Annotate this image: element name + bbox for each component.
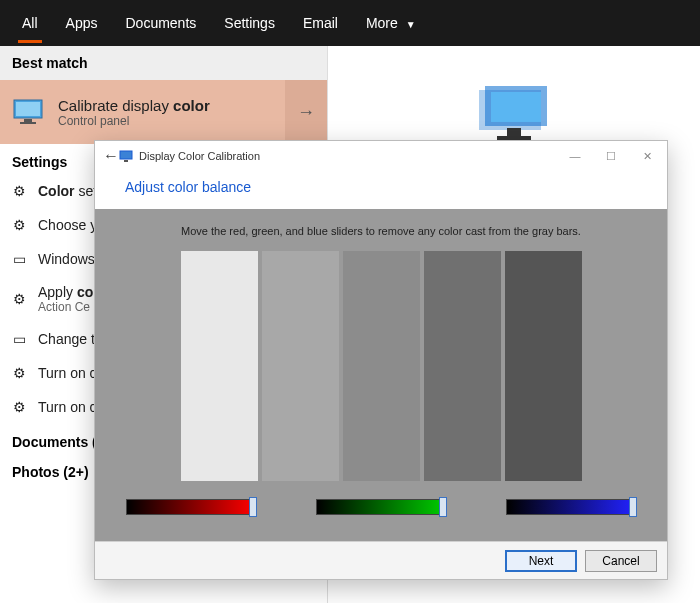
best-match-header: Best match	[0, 46, 327, 80]
gear-icon: ⚙	[10, 398, 28, 416]
dialog-body: Move the red, green, and blue sliders to…	[95, 209, 667, 541]
calibration-icon	[119, 149, 133, 163]
tab-settings[interactable]: Settings	[210, 3, 289, 43]
green-gradient	[317, 500, 445, 514]
dialog-footer: Next Cancel	[95, 541, 667, 579]
red-gradient	[127, 500, 255, 514]
display-icon: ▭	[10, 330, 28, 348]
open-arrow-button[interactable]: →	[285, 80, 327, 144]
gear-icon: ⚙	[10, 364, 28, 382]
svg-rect-1	[16, 102, 40, 116]
slider-thumb[interactable]	[629, 497, 637, 517]
tab-apps[interactable]: Apps	[52, 3, 112, 43]
dialog-titlebar[interactable]: ← Display Color Calibration — ☐ ✕	[95, 141, 667, 171]
svg-rect-7	[507, 128, 521, 136]
result-pre: Apply	[38, 284, 77, 300]
gear-icon: ⚙	[10, 216, 28, 234]
result-label: Turn on c	[38, 399, 97, 415]
best-match-text: Calibrate display color Control panel	[58, 97, 285, 128]
svg-rect-2	[24, 119, 32, 122]
svg-rect-6	[491, 92, 541, 122]
back-button[interactable]: ←	[103, 147, 119, 165]
result-label: Turn on c	[38, 365, 97, 381]
blue-gradient	[507, 500, 635, 514]
tab-more[interactable]: More ▼	[352, 3, 430, 43]
minimize-button[interactable]: —	[557, 145, 593, 167]
gray-bar-4	[424, 251, 501, 481]
red-slider[interactable]	[126, 499, 256, 515]
best-title-pre: Calibrate display	[58, 97, 173, 114]
slider-thumb[interactable]	[439, 497, 447, 517]
best-match-subtitle: Control panel	[58, 114, 285, 128]
dialog-title: Display Color Calibration	[139, 150, 557, 162]
result-label: Color set	[38, 183, 97, 199]
result-label: Windows	[38, 251, 95, 267]
tab-email[interactable]: Email	[289, 3, 352, 43]
svg-rect-10	[124, 160, 128, 162]
cancel-button[interactable]: Cancel	[585, 550, 657, 572]
tab-all[interactable]: All	[8, 3, 52, 43]
result-label: Apply col Action Ce	[38, 284, 97, 314]
dialog-heading: Adjust color balance	[107, 179, 251, 195]
gear-icon: ⚙	[10, 182, 28, 200]
green-slider[interactable]	[316, 499, 446, 515]
display-color-calibration-dialog: ← Display Color Calibration — ☐ ✕ Adjust…	[94, 140, 668, 580]
color-sliders	[126, 499, 636, 515]
instruction-text: Move the red, green, and blue sliders to…	[181, 225, 581, 237]
gray-bar-2	[262, 251, 339, 481]
svg-rect-9	[120, 151, 132, 159]
result-label: Change t	[38, 331, 95, 347]
gray-bar-1	[181, 251, 258, 481]
search-tabs: All Apps Documents Settings Email More ▼	[0, 0, 700, 46]
arrow-right-icon: →	[297, 102, 315, 123]
tab-documents[interactable]: Documents	[111, 3, 210, 43]
blue-slider[interactable]	[506, 499, 636, 515]
slider-thumb[interactable]	[249, 497, 257, 517]
display-icon: ▭	[10, 250, 28, 268]
best-match-result[interactable]: Calibrate display color Control panel →	[0, 80, 327, 144]
gray-bars	[181, 251, 582, 481]
monitor-icon	[8, 92, 48, 132]
result-sub: Action Ce	[38, 300, 97, 314]
result-label: Choose y	[38, 217, 97, 233]
gray-bar-5	[505, 251, 582, 481]
dialog-header: Adjust color balance	[95, 171, 667, 209]
best-match-title: Calibrate display color	[58, 97, 285, 114]
result-bold: Color	[38, 183, 75, 199]
best-title-bold: color	[173, 97, 210, 114]
close-button[interactable]: ✕	[629, 145, 665, 167]
gray-bar-3	[343, 251, 420, 481]
chevron-down-icon: ▼	[406, 19, 416, 30]
tab-more-label: More	[366, 15, 398, 31]
gear-icon: ⚙	[10, 290, 28, 308]
next-button[interactable]: Next	[505, 550, 577, 572]
svg-rect-3	[20, 122, 36, 124]
maximize-button[interactable]: ☐	[593, 145, 629, 167]
